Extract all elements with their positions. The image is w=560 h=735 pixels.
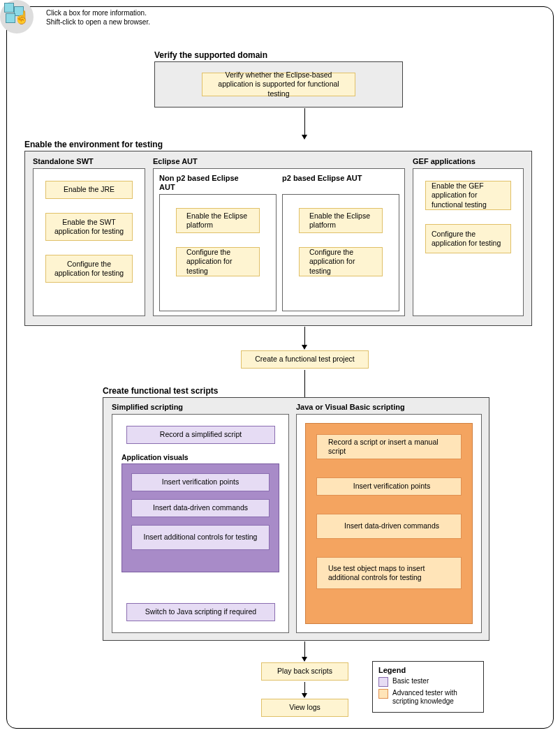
legend-advanced-label: Advanced tester with scripting knowledge — [392, 689, 478, 706]
create-project-box[interactable]: Create a functional test project — [241, 350, 369, 369]
p2-title: p2 based Eclipse AUT — [282, 174, 373, 183]
visuals-controls-box[interactable]: Insert additional controls for testing — [131, 525, 270, 550]
swt-jre-box[interactable]: Enable the JRE — [45, 181, 133, 199]
gef-config-box[interactable]: Configure the application for testing — [425, 224, 511, 253]
legend-swatch-basic — [378, 677, 388, 687]
help-text: Click a box for more information. Shift-… — [46, 8, 150, 27]
pointer-icon: ☝ — [14, 10, 29, 25]
switch-java-box[interactable]: Switch to Java scripting if required — [126, 603, 275, 621]
visuals-title: Application visuals — [121, 453, 189, 461]
legend-basic-label: Basic tester — [392, 677, 429, 685]
viewlogs-box[interactable]: View logs — [261, 699, 348, 717]
nonp2-title: Non p2 based Eclipse AUT — [159, 174, 250, 192]
verify-box[interactable]: Verify whether the Eclipse-based applica… — [202, 73, 355, 96]
legend: Legend Basic tester Advanced tester with… — [372, 661, 484, 713]
visuals-data-box[interactable]: Insert data-driven commands — [131, 499, 270, 517]
legend-swatch-advanced — [378, 689, 388, 699]
java-maps-box[interactable]: Use test object maps to insert additiona… — [316, 557, 462, 589]
verify-title: Verify the supported domain — [154, 50, 267, 60]
swt-app-box[interactable]: Enable the SWT application for testing — [45, 213, 133, 241]
help-indicator: ☝ — [0, 0, 34, 34]
simplified-title: Simplified scripting — [112, 403, 183, 411]
java-title: Java or Visual Basic scripting — [296, 403, 405, 411]
aut-title: Eclipse AUT — [153, 157, 198, 165]
java-vp-box[interactable]: Insert verification points — [316, 477, 462, 496]
visuals-vp-box[interactable]: Insert verification points — [131, 473, 270, 491]
nonp2-config-box[interactable]: Configure the application for testing — [176, 247, 260, 276]
java-record-box[interactable]: Record a script or insert a manual scrip… — [316, 434, 462, 459]
gef-title: GEF applications — [413, 157, 476, 165]
swt-title: Standalone SWT — [33, 157, 94, 165]
java-data-box[interactable]: Insert data-driven commands — [316, 514, 462, 539]
record-simplified-box[interactable]: Record a simplified script — [126, 426, 275, 444]
p2-enable-box[interactable]: Enable the Eclipse platform — [299, 208, 383, 233]
swt-config-box[interactable]: Configure the application for testing — [45, 255, 133, 283]
p2-config-box[interactable]: Configure the application for testing — [299, 247, 383, 276]
gef-enable-box[interactable]: Enable the GEF application for functiona… — [425, 181, 511, 210]
nonp2-enable-box[interactable]: Enable the Eclipse platform — [176, 208, 260, 233]
enable-title: Enable the environment for testing — [24, 140, 163, 149]
scripts-title: Create functional test scripts — [103, 386, 218, 396]
legend-title: Legend — [378, 666, 478, 674]
playback-box[interactable]: Play back scripts — [261, 662, 348, 681]
